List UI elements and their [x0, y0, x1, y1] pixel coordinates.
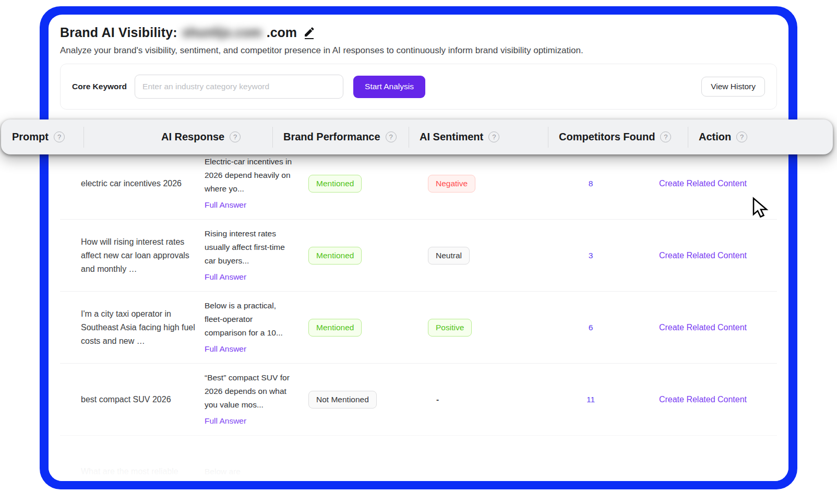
- action-cell: Create Related Content: [632, 179, 773, 188]
- action-cell: Create Related Content: [632, 323, 773, 332]
- performance-badge: Mentioned: [308, 319, 362, 337]
- performance-cell: Mentioned: [304, 175, 424, 193]
- action-cell: Create Related Content: [632, 395, 773, 404]
- column-label: AI Response: [161, 131, 224, 143]
- column-label: Competitors Found: [559, 131, 655, 143]
- help-icon[interactable]: ?: [736, 131, 747, 142]
- help-icon[interactable]: ?: [54, 131, 65, 142]
- page-subtitle: Analyze your brand's visibility, sentime…: [60, 45, 777, 56]
- competitors-count: 8: [549, 179, 632, 188]
- create-related-content-link[interactable]: Create Related Content: [659, 323, 747, 332]
- table-row: best compact SUV 2026 “Best” compact SUV…: [60, 364, 777, 436]
- column-label: Brand Performance: [283, 131, 380, 143]
- sentiment-cell: Neutral: [424, 247, 549, 265]
- performance-cell: Not Mentioned: [304, 391, 424, 409]
- prompt-cell: I'm a city taxi operator in Southeast As…: [71, 307, 205, 348]
- column-header-prompt: Prompt ?: [1, 127, 83, 148]
- table-row: How will rising interest rates affect ne…: [60, 220, 777, 292]
- action-cell: Create Related Content: [632, 251, 773, 260]
- create-related-content-link[interactable]: Create Related Content: [659, 179, 747, 188]
- column-header-ai-sentiment: AI Sentiment ?: [409, 127, 548, 148]
- keyword-input[interactable]: [135, 75, 343, 99]
- masked-domain: shunlijx.com: [182, 25, 262, 40]
- table-body: electric car incentives 2026 Electric-ca…: [60, 147, 777, 481]
- full-answer-link[interactable]: Full Answer: [205, 342, 246, 356]
- create-related-content-link[interactable]: Create Related Content: [659, 251, 747, 260]
- full-answer-link[interactable]: Full Answer: [205, 198, 246, 212]
- column-label: Action: [699, 131, 731, 143]
- response-cell: Rising interest rates usually affect fir…: [205, 227, 304, 284]
- view-history-button[interactable]: View History: [701, 77, 765, 97]
- full-answer-link[interactable]: Full Answer: [205, 414, 246, 428]
- response-cell: Electric-car incentives in 2026 depend h…: [205, 155, 304, 212]
- performance-cell: Mentioned: [304, 319, 424, 337]
- performance-badge: Not Mentioned: [308, 391, 377, 409]
- keyword-form: Core Keyword Start Analysis View History: [60, 64, 777, 110]
- full-answer-link[interactable]: Full Answer: [205, 270, 246, 284]
- column-header-ai-response: AI Response ?: [151, 127, 272, 148]
- response-cell: “Best” compact SUV for 2026 depends on w…: [205, 371, 304, 428]
- competitors-count: 6: [549, 323, 632, 332]
- prompt-cell: best compact SUV 2026: [71, 393, 205, 406]
- domain-suffix: .com: [267, 25, 297, 40]
- create-related-content-link[interactable]: Create Related Content: [659, 395, 747, 404]
- help-icon[interactable]: ?: [386, 131, 397, 142]
- sentiment-badge: Positive: [428, 319, 472, 337]
- sentiment-badge: -: [428, 395, 439, 404]
- performance-cell: Mentioned: [304, 247, 424, 265]
- sentiment-cell: Negative: [424, 175, 549, 193]
- column-header-spacer: [83, 127, 151, 148]
- page: Brand AI Visibility: shunlijx.com .com A…: [0, 0, 837, 504]
- start-analysis-button[interactable]: Start Analysis: [353, 76, 425, 98]
- title-prefix: Brand AI Visibility:: [60, 25, 177, 40]
- prompt-cell: electric car incentives 2026: [71, 177, 205, 190]
- help-icon[interactable]: ?: [488, 131, 499, 142]
- response-text: Rising interest rates usually affect fir…: [205, 227, 295, 268]
- response-cell: Below is a practical, fleet-operator com…: [205, 299, 304, 356]
- column-header-action: Action ?: [688, 127, 833, 148]
- main-card: Brand AI Visibility: shunlijx.com .com A…: [49, 15, 788, 481]
- competitors-count: 11: [549, 395, 632, 404]
- help-icon[interactable]: ?: [230, 131, 241, 142]
- sentiment-cell: -: [424, 395, 549, 404]
- edit-pencil-icon[interactable]: [303, 26, 315, 40]
- sentiment-cell: Positive: [424, 319, 549, 337]
- response-text: Below is a practical, fleet-operator com…: [205, 299, 295, 340]
- prompt-cell: How will rising interest rates affect ne…: [71, 235, 205, 276]
- sentiment-badge: Negative: [428, 175, 475, 193]
- column-header-brand-performance: Brand Performance ?: [272, 127, 409, 148]
- table-header-bar: Prompt ? AI Response ? Brand Performance…: [1, 119, 833, 154]
- help-icon[interactable]: ?: [660, 131, 671, 142]
- sentiment-badge: Neutral: [428, 247, 470, 265]
- performance-badge: Mentioned: [308, 175, 362, 193]
- response-text: Below are: [205, 465, 295, 478]
- table-row: I'm a city taxi operator in Southeast As…: [60, 292, 777, 364]
- response-text: “Best” compact SUV for 2026 depends on w…: [205, 371, 295, 412]
- keyword-label: Core Keyword: [72, 82, 127, 91]
- performance-badge: Mentioned: [308, 247, 362, 265]
- column-header-competitors-found: Competitors Found ?: [548, 127, 688, 148]
- column-label: Prompt: [12, 131, 49, 143]
- table-row: electric car incentives 2026 Electric-ca…: [60, 148, 777, 220]
- response-cell: Below are: [205, 465, 304, 478]
- table-row: What are the most reliable Below are: [60, 436, 777, 481]
- column-label: AI Sentiment: [420, 131, 483, 143]
- competitors-count: 3: [549, 251, 632, 260]
- page-title: Brand AI Visibility: shunlijx.com .com: [60, 25, 777, 40]
- prompt-cell: What are the most reliable: [71, 465, 205, 478]
- response-text: Electric-car incentives in 2026 depend h…: [205, 155, 295, 196]
